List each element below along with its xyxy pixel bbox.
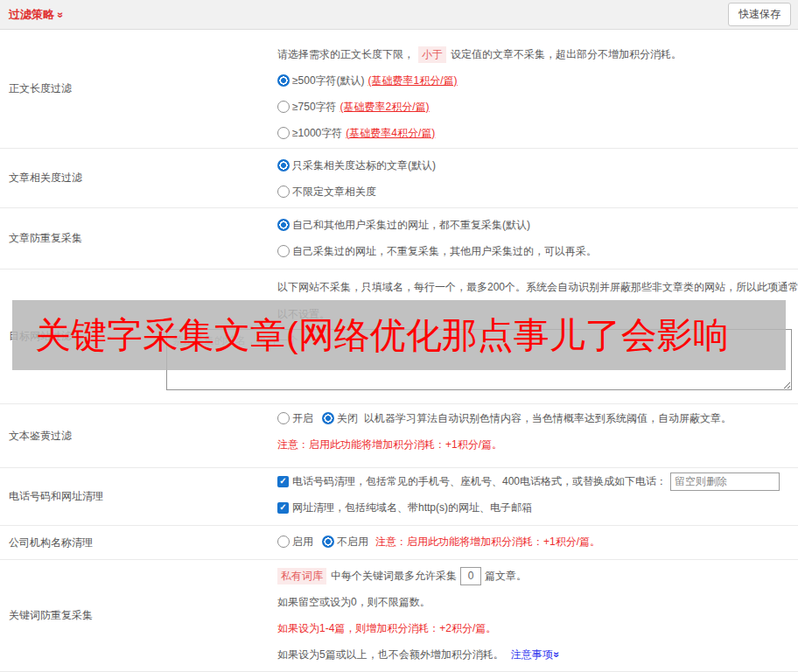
section-title-text: 过滤策略 <box>9 7 54 23</box>
phone-clean-label: 电话号码清理，包括常见的手机号、座机号、400电话格式，或替换成如下电话： <box>292 474 667 489</box>
row-phone-url-clean: 电话号码和网址清理 电话号码清理，包括常见的手机号、座机号、400电话格式，或替… <box>0 468 798 526</box>
checkbox-phone-clean[interactable] <box>277 476 289 487</box>
option-label: 不启用 <box>337 535 368 550</box>
row-length-filter: 正文长度过滤 请选择需求的正文长度下限， 小于 设定值的文章不采集，超出部分不增… <box>0 30 798 149</box>
porn-filter-note: 注意：启用此功能将增加积分消耗：+1积分/篇。 <box>277 431 798 458</box>
option-label: 开启 <box>292 411 313 426</box>
length-option-750[interactable]: ≥750字符 (基础费率2积分/篇) <box>277 94 798 120</box>
keyword-dedup-line4: 如果设为5篇或以上，也不会额外增加积分消耗。 <box>277 648 504 662</box>
row-porn-filter: 文本鉴黄过滤 开启 关闭 以机器学习算法自动识别色情内容，当色情概率达到系统阈值… <box>0 404 798 468</box>
replacement-phone-input[interactable] <box>670 472 780 491</box>
url-clean-label: 网址清理，包括纯域名、带http(s)的网址、电子邮箱 <box>292 500 532 515</box>
less-than-badge: 小于 <box>418 46 446 63</box>
option-cost: (基础费率1积分/篇) <box>368 74 458 88</box>
row-label: 文本鉴黄过滤 <box>0 404 164 467</box>
intro-text-post: 设定值的文章不采集，超出部分不增加积分消耗。 <box>451 47 682 62</box>
keyword-limit-suffix: 篇文章。 <box>485 569 527 584</box>
option-cost: (基础费率4积分/篇) <box>346 126 435 141</box>
keyword-dedup-line2: 如果留空或设为0，则不限篇数。 <box>277 589 798 615</box>
radio-company-disable[interactable] <box>322 536 334 548</box>
keyword-limit-input[interactable] <box>460 567 481 585</box>
length-option-1000[interactable]: ≥1000字符 (基础费率4积分/篇) <box>277 120 798 146</box>
watermark-banner-text: 关键字采集文章(网络优化那点事儿了会影响 <box>35 312 729 360</box>
topbar: 过滤策略 快速保存 <box>0 0 798 30</box>
radio-porn-on[interactable] <box>277 412 290 424</box>
row-dedup-collect: 文章防重复采集 自己和其他用户采集过的网址，都不重复采集(默认) 自己采集过的网… <box>0 208 798 270</box>
row-relevance-filter: 文章相关度过滤 只采集相关度达标的文章(默认) 不限定文章相关度 <box>0 149 798 208</box>
radio-length-500[interactable] <box>277 74 290 87</box>
keyword-dedup-line3: 如果设为1-4篇，则增加积分消耗：+2积分/篇。 <box>277 615 798 641</box>
row-label: 文章相关度过滤 <box>0 149 164 207</box>
option-label: 启用 <box>292 535 313 550</box>
row-label: 公司机构名称清理 <box>0 526 164 559</box>
length-option-500[interactable]: ≥500字符(默认) (基础费率1积分/篇) <box>277 67 798 94</box>
row-label: 文章防重复采集 <box>0 208 164 269</box>
length-filter-intro: 请选择需求的正文长度下限， 小于 设定值的文章不采集，超出部分不增加积分消耗。 <box>277 41 798 67</box>
row-label: 关键词防重复采集 <box>0 560 164 671</box>
double-chevron-down-icon <box>55 11 66 18</box>
option-label: 不限定文章相关度 <box>292 185 376 200</box>
company-clean-note: 注意：启用此功能将增加积分消耗：+1积分/篇。 <box>375 535 600 550</box>
radio-company-enable[interactable] <box>277 536 290 548</box>
watermark-banner-overlay: 关键字采集文章(网络优化那点事儿了会影响 <box>12 300 786 370</box>
radio-length-750[interactable] <box>277 101 290 113</box>
checkbox-url-clean[interactable] <box>277 502 289 514</box>
quick-save-button[interactable]: 快速保存 <box>728 3 791 26</box>
option-label: ≥500字符(默认) <box>292 74 365 88</box>
radio-porn-off[interactable] <box>322 412 334 424</box>
intro-text-pre: 请选择需求的正文长度下限， <box>277 47 414 62</box>
option-label: 只采集相关度达标的文章(默认) <box>292 158 436 173</box>
option-label: ≥750字符 <box>292 100 337 115</box>
radio-relevance-any[interactable] <box>277 186 290 198</box>
section-title[interactable]: 过滤策略 <box>9 7 64 23</box>
dedup-option-self-only[interactable]: 自己采集过的网址，不重复采集，其他用户采集过的，可以再采。 <box>277 238 798 264</box>
row-keyword-dedup: 关键词防重复采集 私有词库 中每个关键词最多允许采集 篇文章。 如果留空或设为0… <box>0 560 798 672</box>
radio-dedup-all-users[interactable] <box>277 219 290 231</box>
option-label: ≥1000字符 <box>292 126 342 141</box>
option-label: 自己采集过的网址，不重复采集，其他用户采集过的，可以再采。 <box>292 244 597 259</box>
notice-link[interactable]: 注意事项 <box>511 648 560 662</box>
dedup-option-all-users[interactable]: 自己和其他用户采集过的网址，都不重复采集(默认) <box>277 212 798 238</box>
relevance-option-any[interactable]: 不限定文章相关度 <box>277 178 798 205</box>
target-site-desc-line1: 以下网站不采集，只填域名，每行一个，最多200个。系统会自动识别并屏蔽那些非文章… <box>277 274 798 301</box>
radio-dedup-self-only[interactable] <box>277 245 290 257</box>
radio-relevance-strict[interactable] <box>277 159 290 172</box>
radio-length-1000[interactable] <box>277 127 290 139</box>
option-cost: (基础费率2积分/篇) <box>340 100 430 115</box>
row-label: 正文长度过滤 <box>0 30 164 148</box>
row-label: 电话号码和网址清理 <box>0 468 164 525</box>
option-label: 自己和其他用户采集过的网址，都不重复采集(默认) <box>292 218 530 233</box>
keyword-limit-text: 中每个关键词最多允许采集 <box>331 569 457 584</box>
notice-link-label: 注意事项 <box>511 648 553 662</box>
double-chevron-down-icon <box>551 652 562 658</box>
option-label: 关闭 <box>337 411 358 426</box>
private-lexicon-badge: 私有词库 <box>277 568 326 584</box>
relevance-option-strict[interactable]: 只采集相关度达标的文章(默认) <box>277 152 798 178</box>
row-company-clean: 公司机构名称清理 启用 不启用 注意：启用此功能将增加积分消耗：+1积分/篇。 <box>0 526 798 560</box>
porn-filter-desc: 以机器学习算法自动识别色情内容，当色情概率达到系统阈值，自动屏蔽文章。 <box>364 411 732 426</box>
